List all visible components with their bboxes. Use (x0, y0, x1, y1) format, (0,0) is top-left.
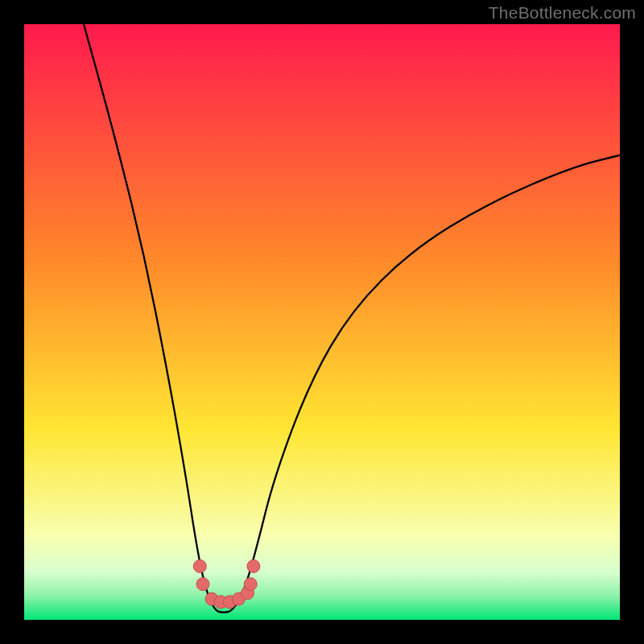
plot-area (24, 24, 620, 620)
gradient-background (24, 24, 620, 620)
marker-dot (247, 559, 260, 572)
marker-dot (193, 559, 206, 572)
marker-dot (244, 578, 257, 591)
chart-frame: TheBottleneck.com (0, 0, 644, 644)
marker-dot (196, 578, 209, 591)
watermark-text: TheBottleneck.com (489, 3, 636, 23)
chart-svg (24, 24, 620, 620)
